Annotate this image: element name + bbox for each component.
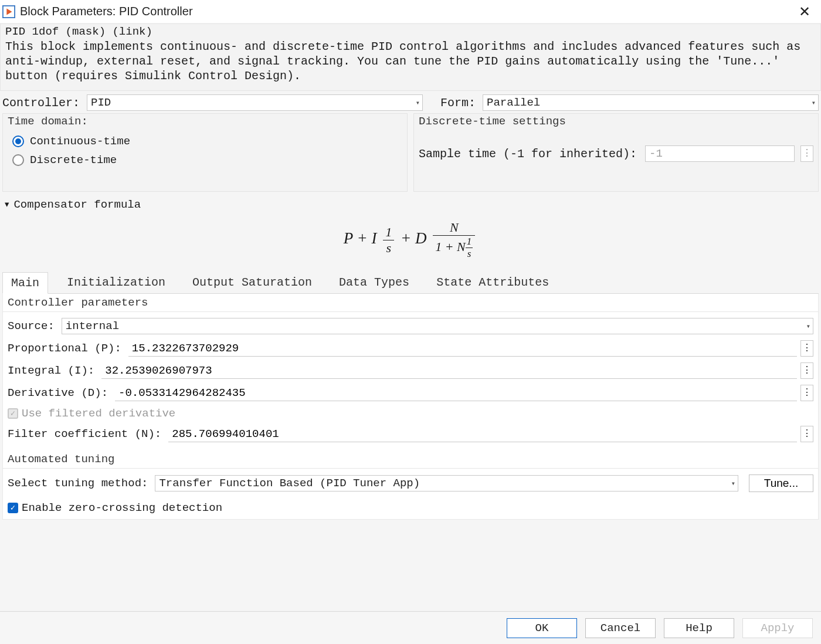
chevron-down-icon: ▾ [416, 99, 420, 107]
tab-data-types[interactable]: Data Types [331, 272, 418, 294]
use-filtered-derivative-label: Use filtered derivative [22, 407, 175, 420]
d-label: Derivative (D): [8, 387, 111, 399]
source-value: internal [66, 320, 119, 333]
p-label: Proportional (P): [8, 342, 125, 355]
controller-label: Controller: [2, 94, 82, 111]
n-input[interactable] [168, 426, 797, 442]
sample-time-input [645, 145, 795, 162]
tuning-method-value: Transfer Function Based (PID Tuner App) [159, 477, 420, 490]
mask-description: This block implements continuous- and di… [0, 38, 821, 91]
chevron-down-icon: ▾ [731, 479, 735, 488]
sample-time-label: Sample time (-1 for inherited): [419, 147, 639, 161]
help-button[interactable]: Help [664, 618, 734, 638]
i-actions-button[interactable]: ⋮ [800, 362, 813, 379]
compensator-formula: P + I 1s + D N 1 + N1s [0, 215, 821, 272]
tab-state-attributes[interactable]: State Attributes [428, 272, 557, 294]
ok-button[interactable]: OK [507, 618, 577, 638]
p-actions-button[interactable]: ⋮ [800, 340, 813, 357]
time-domain-fieldset: Time domain: Continuous-time Discrete-ti… [2, 113, 408, 192]
tune-button[interactable]: Tune... [749, 474, 813, 492]
tab-main[interactable]: Main [2, 272, 48, 294]
time-domain-legend: Time domain: [8, 115, 402, 130]
controller-parameters-legend: Controller parameters [3, 294, 818, 312]
continuous-time-radio[interactable] [12, 135, 24, 147]
n-label: Filter coefficient (N): [8, 428, 165, 440]
chevron-down-icon: ▾ [806, 322, 810, 331]
close-icon[interactable]: ✕ [794, 1, 815, 22]
discrete-settings-fieldset: Discrete-time settings Sample time (-1 f… [413, 113, 819, 192]
main-tab-panel: Controller parameters Source: internal ▾… [2, 294, 819, 520]
source-dropdown[interactable]: internal ▾ [62, 318, 813, 334]
i-label: Integral (I): [8, 364, 98, 377]
source-label: Source: [8, 320, 58, 333]
d-input[interactable] [115, 385, 797, 401]
discrete-time-radio[interactable] [12, 154, 24, 166]
compensator-formula-toggle[interactable]: ▾ Compensator formula [0, 192, 821, 215]
use-filtered-derivative-checkbox [8, 408, 18, 419]
tab-output-saturation[interactable]: Output Saturation [184, 272, 320, 294]
caret-down-icon: ▾ [4, 197, 10, 211]
apply-button: Apply [742, 618, 813, 638]
zero-crossing-label: Enable zero-crossing detection [22, 501, 222, 514]
d-actions-button[interactable]: ⋮ [800, 385, 813, 401]
cancel-button[interactable]: Cancel [585, 618, 656, 638]
zero-crossing-checkbox[interactable] [8, 503, 18, 513]
tuning-method-label: Select tuning method: [8, 477, 151, 490]
mask-type-line: PID 1dof (mask) (link) [0, 23, 821, 38]
dialog-footer: OK Cancel Help Apply [0, 611, 821, 644]
form-label: Form: [440, 94, 478, 111]
compensator-formula-label: Compensator formula [13, 198, 141, 211]
discrete-settings-legend: Discrete-time settings [419, 115, 813, 130]
sample-time-actions-button: ⋮ [800, 145, 813, 162]
p-input[interactable] [128, 340, 797, 357]
tab-initialization[interactable]: Initialization [59, 272, 174, 294]
tuning-method-dropdown[interactable]: Transfer Function Based (PID Tuner App) … [155, 475, 738, 492]
chevron-down-icon: ▾ [812, 99, 816, 107]
tab-bar: Main Initialization Output Saturation Da… [2, 272, 819, 294]
controller-value: PID [91, 96, 111, 109]
simulink-icon [2, 5, 15, 18]
window-title: Block Parameters: PID Controller [20, 5, 193, 18]
form-dropdown[interactable]: Parallel ▾ [483, 94, 819, 111]
n-actions-button[interactable]: ⋮ [800, 426, 813, 442]
discrete-time-label: Discrete-time [30, 154, 117, 167]
continuous-time-label: Continuous-time [30, 135, 130, 148]
i-input[interactable] [101, 362, 797, 379]
titlebar: Block Parameters: PID Controller ✕ [0, 0, 821, 23]
automated-tuning-legend: Automated tuning [3, 450, 818, 469]
form-value: Parallel [487, 96, 540, 109]
block-parameters-window: Block Parameters: PID Controller ✕ PID 1… [0, 0, 821, 644]
controller-dropdown[interactable]: PID ▾ [87, 94, 423, 111]
